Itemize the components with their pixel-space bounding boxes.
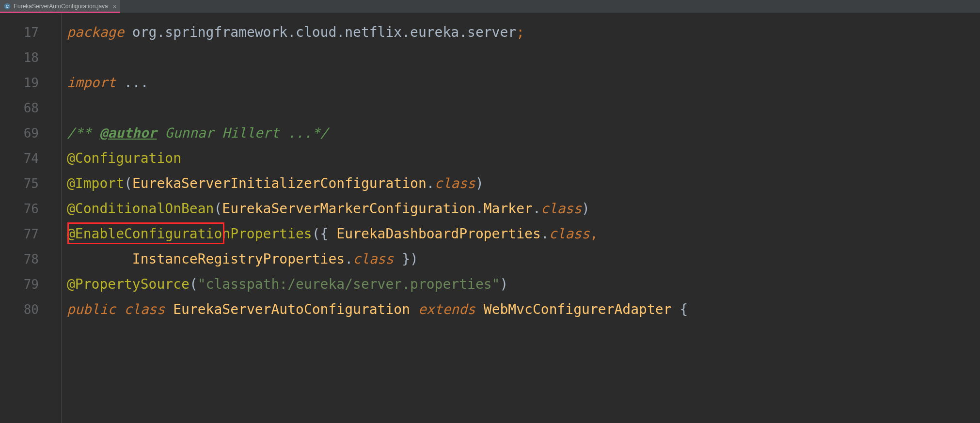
- class-decl: EurekaServerAutoConfiguration: [173, 297, 410, 322]
- class-keyword: class: [435, 171, 475, 196]
- code-editor[interactable]: 17 18 19 68 69 74 75 76 77 78 79 80 pack…: [0, 13, 980, 423]
- line-number: 74: [0, 146, 61, 171]
- line-number: 17: [0, 20, 61, 45]
- code-line[interactable]: @EnableConfigurationProperties({ EurekaD…: [62, 221, 980, 247]
- tab-filename: EurekaServerAutoConfiguration.java: [14, 3, 108, 10]
- line-number: 77: [0, 221, 61, 247]
- javadoc-text: Gunnar Hillert ...*/: [157, 121, 328, 146]
- code-line[interactable]: public class EurekaServerAutoConfigurati…: [62, 297, 980, 322]
- class-ref: EurekaServerInitializerConfiguration: [132, 171, 427, 196]
- indent: [67, 247, 132, 272]
- dot: .: [533, 196, 541, 221]
- paren-close: ): [475, 171, 484, 196]
- annotation-conditional-on-bean: @ConditionalOnBean: [67, 196, 214, 221]
- brace-open: {: [320, 221, 337, 247]
- string-literal: "classpath:/eureka/server.properties": [198, 272, 500, 297]
- line-number: 80: [0, 297, 61, 322]
- code-line[interactable]: [62, 45, 980, 70]
- paren-open: (: [214, 196, 222, 221]
- class-ref: Marker: [484, 196, 533, 221]
- paren-open: (: [312, 221, 320, 247]
- keyword-import: import: [67, 70, 124, 95]
- code-line[interactable]: /** @author Gunnar Hillert ...*/: [62, 121, 980, 146]
- dot: .: [427, 171, 435, 196]
- code-line[interactable]: @Import(EurekaServerInitializerConfigura…: [62, 171, 980, 196]
- class-ref: EurekaDashboardProperties: [336, 221, 540, 247]
- dot: .: [345, 247, 353, 272]
- keyword-public: public: [67, 297, 116, 322]
- comma: ,: [590, 221, 598, 247]
- line-number: 75: [0, 171, 61, 196]
- java-class-icon: C: [4, 3, 11, 10]
- class-ref: EurekaServerMarkerConfiguration: [222, 196, 475, 221]
- code-line[interactable]: package org.springframework.cloud.netfli…: [62, 20, 980, 45]
- annotation-configuration: @Configuration: [67, 146, 181, 171]
- folded-imports[interactable]: ...: [124, 70, 149, 95]
- line-number: 79: [0, 272, 61, 297]
- svg-text:C: C: [6, 4, 9, 9]
- javadoc-tag: @author: [99, 121, 157, 146]
- tab-bar: C EurekaServerAutoConfiguration.java ×: [0, 0, 980, 13]
- keyword-package: package: [67, 20, 124, 45]
- code-line[interactable]: import ...: [62, 70, 980, 95]
- line-number: 68: [0, 95, 61, 121]
- dot: .: [541, 221, 549, 247]
- class-keyword: class: [541, 196, 582, 221]
- paren-open: (: [124, 171, 132, 196]
- close-icon[interactable]: ×: [113, 3, 117, 10]
- line-number: 69: [0, 121, 61, 146]
- keyword-class: class: [124, 297, 165, 322]
- paren-close: ): [500, 272, 508, 297]
- code-area[interactable]: package org.springframework.cloud.netfli…: [62, 13, 980, 423]
- line-number: 19: [0, 70, 61, 95]
- keyword-extends: extends: [418, 297, 475, 322]
- annotation-enable-config-props: @EnableConfigurationProperties: [67, 221, 312, 247]
- code-line[interactable]: @PropertySource("classpath:/eureka/serve…: [62, 272, 980, 297]
- line-number: 78: [0, 247, 61, 272]
- line-number: 76: [0, 196, 61, 221]
- annotation-import: @Import: [67, 171, 124, 196]
- paren-open: (: [190, 272, 198, 297]
- code-line[interactable]: @ConditionalOnBean(EurekaServerMarkerCon…: [62, 196, 980, 221]
- package-path: org.springframework.cloud.netflix.eureka…: [124, 20, 516, 45]
- line-number-gutter: 17 18 19 68 69 74 75 76 77 78 79 80: [0, 13, 62, 423]
- semicolon: ;: [516, 20, 524, 45]
- class-keyword: class: [549, 221, 590, 247]
- javadoc-open: /**: [67, 121, 99, 146]
- file-tab[interactable]: C EurekaServerAutoConfiguration.java ×: [0, 0, 121, 13]
- annotation-property-source: @PropertySource: [67, 272, 190, 297]
- paren-close: ): [410, 247, 418, 272]
- code-line[interactable]: InstanceRegistryProperties.class }): [62, 247, 980, 272]
- class-ref: InstanceRegistryProperties: [132, 247, 345, 272]
- brace-open: {: [680, 297, 688, 322]
- paren-close: ): [582, 196, 590, 221]
- code-line[interactable]: [62, 95, 980, 121]
- brace-close: }: [394, 247, 410, 272]
- class-ref: WebMvcConfigurerAdapter: [484, 297, 672, 322]
- dot: .: [475, 196, 484, 221]
- code-line[interactable]: @Configuration: [62, 146, 980, 171]
- line-number: 18: [0, 45, 61, 70]
- class-keyword: class: [353, 247, 394, 272]
